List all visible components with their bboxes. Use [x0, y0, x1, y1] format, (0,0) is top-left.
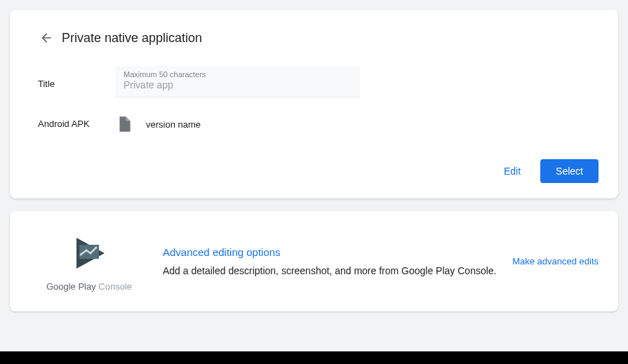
select-button[interactable]: Select: [540, 159, 599, 183]
console-logo-block: Google Play Console: [29, 231, 149, 292]
apk-content: version name: [115, 113, 201, 135]
advanced-content: Advanced editing options Add a detailed …: [149, 246, 501, 276]
apk-label: Android APK: [38, 113, 115, 129]
svg-point-3: [86, 250, 88, 252]
advanced-title: Advanced editing options: [163, 246, 501, 258]
back-arrow-icon[interactable]: [38, 29, 55, 46]
title-input[interactable]: [123, 79, 352, 90]
advanced-description: Add a detailed description, screenshot, …: [163, 265, 501, 276]
actions-row: Edit Select: [38, 159, 599, 183]
apk-version-text: version name: [146, 119, 201, 130]
header-row: Private native application: [38, 29, 599, 46]
main-card: Private native application Title Maximum…: [10, 10, 618, 198]
edit-button[interactable]: Edit: [501, 160, 523, 182]
title-label: Title: [38, 66, 115, 89]
svg-point-5: [95, 247, 98, 249]
make-advanced-edits-link[interactable]: Make advanced edits: [501, 256, 599, 267]
apk-row: Android APK version name: [38, 113, 599, 135]
google-play-console-icon: [67, 231, 112, 276]
page-title: Private native application: [62, 31, 202, 46]
svg-point-2: [80, 254, 82, 256]
title-input-wrap[interactable]: Maximum 50 characters: [115, 66, 361, 97]
title-hint: Maximum 50 characters: [123, 70, 352, 79]
console-logo-label-accent: Console: [98, 281, 132, 292]
console-logo-label-main: Google Play: [46, 281, 98, 292]
advanced-card: Google Play Console Advanced editing opt…: [10, 211, 618, 311]
bottom-bar: [0, 351, 628, 364]
console-logo-label: Google Play Console: [46, 281, 132, 292]
file-icon: [115, 113, 133, 135]
svg-point-4: [90, 252, 92, 255]
title-row: Title Maximum 50 characters: [38, 66, 599, 97]
